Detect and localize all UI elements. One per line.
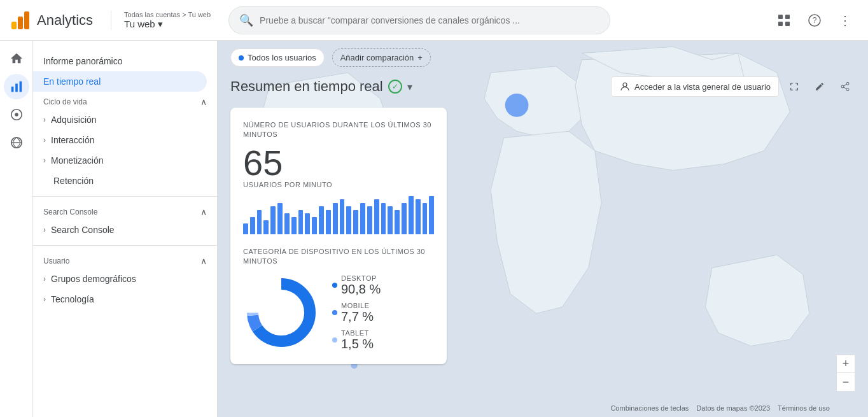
bar — [395, 210, 400, 234]
sidebar-item-informe-panoramico[interactable]: Informe panorámico — [33, 51, 217, 71]
nav-advertising[interactable] — [4, 130, 29, 155]
more-button[interactable]: ⋮ — [832, 8, 858, 33]
users-count: 65 — [243, 145, 434, 181]
explore-icon — [10, 108, 24, 122]
sidebar-section-usuario[interactable]: Usuario ∧ — [33, 251, 217, 269]
interaccion-chevron: › — [43, 136, 46, 145]
map-footer: Combinaciones de teclas Datos de mapas ©… — [610, 404, 830, 412]
bar — [346, 206, 351, 234]
edit-button[interactable] — [809, 76, 830, 97]
apps-icon — [778, 14, 790, 27]
tecnologia-chevron: › — [43, 295, 46, 304]
map-zoom-in-button[interactable]: + — [837, 355, 855, 373]
search-console-item-chevron: › — [43, 225, 46, 234]
bar — [360, 203, 365, 234]
advertising-icon — [10, 136, 24, 150]
sidebar-item-adquisicion[interactable]: › Adquisición — [33, 110, 217, 130]
map-controls: + − — [836, 355, 855, 392]
svg-text:?: ? — [813, 16, 817, 25]
bar — [402, 203, 407, 234]
bar — [277, 203, 283, 234]
tablet-dot — [332, 337, 337, 343]
usuario-chevron[interactable]: ∧ — [200, 256, 207, 266]
nav-explore[interactable] — [4, 102, 29, 127]
nav-rail — [0, 41, 33, 417]
ciclo-chevron[interactable]: ∧ — [200, 97, 207, 107]
breadcrumb-parent: Todas las cuentas > Tu web — [124, 11, 211, 18]
sidebar-item-tecnologia[interactable]: › Tecnología — [33, 289, 217, 309]
apps-button[interactable] — [771, 8, 797, 33]
svg-point-31 — [841, 85, 844, 88]
add-comparison-label: Añadir comparación — [340, 53, 414, 62]
search-console-chevron[interactable]: ∧ — [200, 207, 207, 217]
bar — [243, 223, 248, 234]
share-button[interactable] — [835, 76, 855, 97]
breadcrumb-current[interactable]: Tu web ▾ — [124, 18, 211, 30]
svg-rect-2 — [24, 11, 29, 29]
header: Analytics Todas las cuentas > Tu web Tu … — [0, 0, 868, 41]
bar — [381, 203, 386, 234]
help-button[interactable]: ? — [802, 8, 827, 33]
search-bar[interactable]: 🔍 — [228, 6, 610, 34]
bar — [250, 217, 255, 234]
nav-home[interactable] — [4, 46, 29, 71]
search-input[interactable] — [260, 15, 599, 25]
sidebar-item-monetizacion[interactable]: › Monetización — [33, 150, 217, 171]
user-chip-dot — [239, 55, 244, 60]
sidebar-section-search-console[interactable]: Search Console ∧ — [33, 202, 217, 220]
bar — [388, 206, 393, 234]
analytics-logo-icon — [10, 10, 31, 31]
svg-rect-11 — [19, 81, 22, 92]
legend-mobile: MOBILE 7,7 % — [332, 302, 381, 324]
bar — [333, 203, 338, 234]
device-legend: DESKTOP 90,8 % MOBILE 7,7 % — [332, 274, 381, 351]
svg-rect-0 — [11, 22, 17, 29]
user-view-icon — [619, 81, 631, 92]
data-card: NÚMERO DE USUARIOS DURANTE LOS ÚLTIMOS 3… — [230, 108, 447, 364]
bar — [326, 210, 331, 234]
sidebar-item-search-console[interactable]: › Search Console — [33, 220, 217, 240]
sidebar-divider-1 — [33, 196, 217, 197]
sidebar-divider-2 — [33, 245, 217, 246]
map-keyboard-shortcuts[interactable]: Combinaciones de teclas — [610, 404, 689, 412]
bar — [340, 199, 345, 234]
logo: Analytics — [10, 10, 93, 31]
map-terms[interactable]: Términos de uso — [778, 404, 830, 412]
page-title: Resumen en tiempo real — [230, 78, 383, 95]
svg-rect-5 — [778, 22, 783, 26]
sidebar-item-en-tiempo-real[interactable]: En tiempo real — [33, 71, 207, 92]
users-label: NÚMERO DE USUARIOS DURANTE LOS ÚLTIMOS 3… — [243, 120, 434, 140]
svg-rect-3 — [778, 15, 783, 19]
user-view-button[interactable]: Acceder a la vista general de usuario — [611, 76, 779, 97]
user-chip[interactable]: Todos los usuarios — [230, 48, 325, 67]
title-dropdown-button[interactable]: ▾ — [407, 81, 412, 93]
user-chip-label: Todos los usuarios — [248, 53, 316, 62]
bar — [409, 196, 414, 234]
help-icon: ? — [808, 14, 821, 27]
svg-rect-4 — [785, 15, 790, 19]
bar — [312, 217, 317, 234]
monetizacion-chevron: › — [43, 156, 46, 165]
svg-point-29 — [623, 83, 627, 87]
bar — [298, 210, 304, 234]
fullscreen-button[interactable] — [784, 76, 804, 97]
nav-reports[interactable] — [4, 74, 29, 99]
sidebar-item-interaccion[interactable]: › Interacción — [33, 130, 217, 150]
donut-section: DESKTOP 90,8 % MOBILE 7,7 % — [243, 274, 434, 351]
mobile-dot — [332, 310, 337, 315]
bar — [319, 206, 324, 234]
svg-rect-6 — [785, 22, 790, 26]
svg-point-38 — [260, 291, 303, 334]
legend-desktop: DESKTOP 90,8 % — [332, 274, 381, 297]
sidebar-section-ciclo[interactable]: Ciclo de vida ∧ — [33, 92, 217, 110]
map-zoom-out-button[interactable]: − — [837, 373, 855, 391]
user-view-label: Acceder a la vista general de usuario — [634, 82, 771, 92]
legend-tablet: TABLET 1,5 % — [332, 329, 381, 351]
add-comparison-button[interactable]: Añadir comparación + — [332, 48, 431, 67]
share-icon — [840, 81, 850, 92]
sidebar-item-grupos[interactable]: › Grupos demográficos — [33, 269, 217, 289]
sidebar-item-retencion[interactable]: Retención — [33, 171, 217, 191]
reports-icon — [10, 80, 24, 94]
verified-icon: ✓ — [388, 80, 402, 94]
bar — [374, 199, 379, 234]
